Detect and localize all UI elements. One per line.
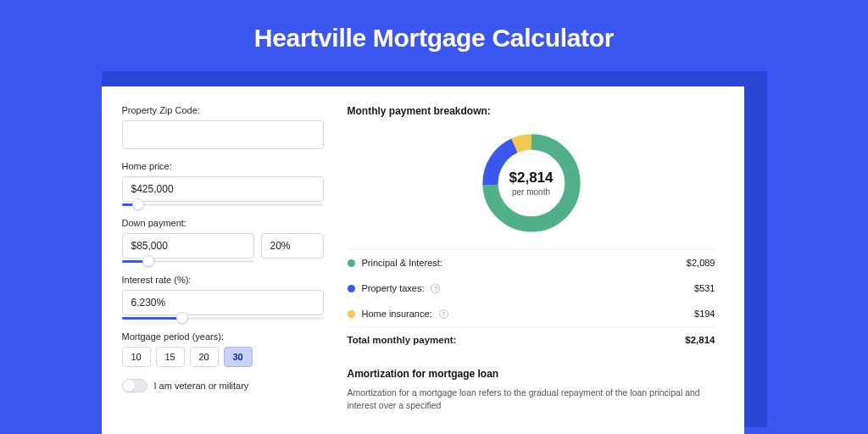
interest-rate-field: Interest rate (%): [122, 275, 324, 320]
breakdown-column: Monthly payment breakdown: $2,814 per mo… [348, 105, 715, 434]
slider-thumb[interactable] [142, 255, 154, 267]
donut-chart-wrap: $2,814 per month [348, 125, 715, 249]
veteran-toggle[interactable] [122, 379, 147, 392]
breakdown-table: Principal & Interest: $2,089 Property ta… [348, 249, 715, 353]
period-10[interactable]: 10 [122, 347, 151, 367]
interest-rate-slider[interactable] [122, 317, 324, 320]
donut-amount: $2,814 [509, 170, 554, 186]
down-payment-input[interactable] [122, 233, 254, 259]
breakdown-row-total: Total monthly payment: $2,814 [348, 326, 715, 353]
info-icon[interactable]: ? [439, 309, 448, 319]
period-15[interactable]: 15 [156, 347, 185, 367]
period-options: 10 15 20 30 [122, 347, 324, 367]
dot-icon [348, 259, 355, 267]
breakdown-value: $2,089 [687, 258, 715, 268]
calculator-card: Property Zip Code: Home price: Down paym… [102, 86, 744, 434]
down-payment-pct-input[interactable] [261, 233, 324, 259]
down-payment-field: Down payment: [122, 218, 324, 263]
home-price-input[interactable] [122, 176, 324, 202]
period-field: Mortgage period (years): 10 15 20 30 [122, 331, 324, 367]
breakdown-value: $194 [694, 309, 715, 319]
card-shadow: Property Zip Code: Home price: Down paym… [102, 71, 767, 427]
breakdown-total-label: Total monthly payment: [348, 335, 457, 345]
home-price-field: Home price: [122, 161, 324, 206]
zip-label: Property Zip Code: [122, 105, 324, 115]
donut-sub: per month [512, 187, 550, 197]
home-price-slider[interactable] [122, 203, 324, 206]
dot-icon [348, 310, 355, 318]
page-title: Heartville Mortgage Calculator [0, 0, 868, 71]
down-payment-slider[interactable] [122, 260, 254, 263]
slider-thumb[interactable] [176, 312, 188, 324]
veteran-row: I am veteran or military [122, 379, 324, 392]
down-payment-label: Down payment: [122, 218, 324, 228]
breakdown-row-principal: Principal & Interest: $2,089 [348, 250, 715, 275]
breakdown-row-taxes: Property taxes: ? $531 [348, 275, 715, 301]
period-label: Mortgage period (years): [122, 331, 324, 342]
amort-text: Amortization for a mortgage loan refers … [348, 387, 715, 411]
period-30[interactable]: 30 [224, 347, 253, 367]
form-column: Property Zip Code: Home price: Down paym… [122, 105, 324, 434]
period-20[interactable]: 20 [190, 347, 219, 367]
amort-title: Amortization for mortgage loan [348, 368, 715, 380]
zip-field: Property Zip Code: [122, 105, 324, 149]
breakdown-label: Property taxes: [362, 283, 425, 293]
breakdown-row-insurance: Home insurance: ? $194 [348, 301, 715, 326]
info-icon[interactable]: ? [431, 284, 440, 293]
interest-rate-input[interactable] [122, 290, 324, 315]
breakdown-title: Monthly payment breakdown: [348, 105, 715, 117]
veteran-label: I am veteran or military [154, 381, 249, 391]
interest-rate-label: Interest rate (%): [122, 275, 324, 285]
breakdown-label: Home insurance: [362, 309, 432, 319]
zip-input[interactable] [122, 120, 324, 149]
home-price-label: Home price: [122, 161, 324, 171]
breakdown-label: Principal & Interest: [362, 258, 442, 268]
breakdown-value: $531 [694, 283, 715, 293]
breakdown-total-value: $2,814 [685, 335, 715, 345]
dot-icon [348, 285, 355, 292]
donut-chart: $2,814 per month [477, 129, 586, 237]
donut-center: $2,814 per month [477, 129, 586, 237]
toggle-knob [123, 380, 135, 392]
slider-thumb[interactable] [132, 198, 144, 210]
